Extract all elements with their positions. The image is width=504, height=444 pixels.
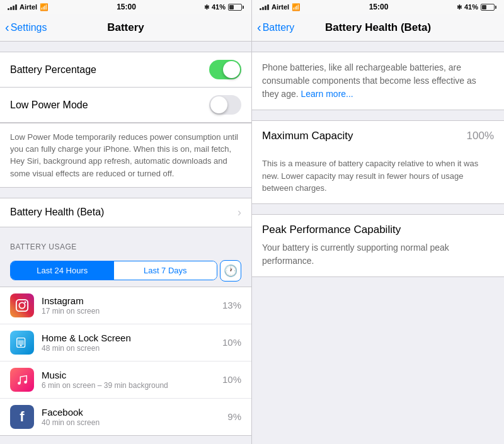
low-power-mode-row: Low Power Mode <box>0 88 251 122</box>
intro-text: Phone batteries, like all rechargeable b… <box>262 61 494 101</box>
music-usage-row: Music 6 min on screen – 39 min backgroun… <box>0 361 251 399</box>
homescreen-time: 48 min on screen <box>42 344 222 353</box>
toggle-knob <box>223 61 240 78</box>
homescreen-name: Home & Lock Screen <box>42 333 222 343</box>
left-status-bar: Airtel 📶 15:00 ✻ 41% <box>0 0 251 14</box>
capacity-desc-text: This is a measure of battery capacity re… <box>262 157 494 195</box>
left-panel: Airtel 📶 15:00 ✻ 41% ‹ Settings <box>0 0 252 444</box>
intro-section: Phone batteries, like all rechargeable b… <box>252 52 504 110</box>
right-status-left: Airtel 📶 <box>260 3 301 11</box>
battery-percentage-toggle[interactable] <box>209 60 241 79</box>
low-power-mode-label: Low Power Mode <box>10 100 88 111</box>
right-status-bar: Airtel 📶 15:00 ✻ 41% <box>252 0 504 14</box>
left-status-right: ✻ 41% <box>204 3 244 11</box>
right-content: Phone batteries, like all rechargeable b… <box>252 42 504 444</box>
svg-point-3 <box>25 301 26 303</box>
description-text: Low Power Mode temporarily reduces power… <box>10 132 238 178</box>
right-panel: Airtel 📶 15:00 ✻ 41% ‹ Battery B <box>252 0 504 444</box>
right-wifi-icon: 📶 <box>292 3 301 11</box>
low-power-description: Low Power Mode temporarily reduces power… <box>0 123 251 188</box>
svg-rect-5 <box>18 340 24 344</box>
instagram-usage-row: Instagram 17 min on screen 13% <box>0 287 251 324</box>
instagram-name: Instagram <box>42 295 222 306</box>
battery-usage-header: BATTERY USAGE <box>0 237 251 255</box>
back-label: Settings <box>11 22 47 33</box>
music-percent: 10% <box>222 374 241 385</box>
right-battery-icon <box>481 4 496 11</box>
max-capacity-section: Maximum Capacity 100% This is a measure … <box>252 120 504 204</box>
app-usage-list: Instagram 17 min on screen 13% <box>0 287 251 436</box>
facebook-letter: f <box>20 409 24 425</box>
low-power-mode-toggle[interactable] <box>209 95 241 115</box>
music-time: 6 min on screen – 39 min background <box>42 381 222 390</box>
facebook-time: 40 min on screen <box>42 418 227 427</box>
homescreen-icon <box>10 331 34 355</box>
right-page-title: Battery Health (Beta) <box>325 21 431 34</box>
peak-desc: Your battery is currently supporting nor… <box>262 241 494 268</box>
right-signal-bars <box>260 4 269 10</box>
right-back-button[interactable]: ‹ Battery <box>257 21 294 33</box>
capacity-desc-block: This is a measure of battery capacity re… <box>252 151 504 204</box>
time-tab-group: Last 24 Hours Last 7 Days <box>10 261 217 280</box>
intro-block: Phone batteries, like all rechargeable b… <box>252 52 504 110</box>
homescreen-percent: 10% <box>222 337 241 348</box>
left-content: Battery Percentage Low Power Mode L <box>0 42 251 444</box>
learn-more-link[interactable]: Learn more... <box>301 89 353 99</box>
left-nav-bar: ‹ Settings Battery <box>0 14 251 42</box>
facebook-info: Facebook 40 min on screen <box>42 407 227 427</box>
bluetooth-icon: ✻ <box>204 4 209 11</box>
tab-bar: Last 24 Hours Last 7 Days 🕐 <box>0 255 251 287</box>
facebook-name: Facebook <box>42 407 227 418</box>
battery-health-row[interactable]: Battery Health (Beta) › <box>0 198 251 227</box>
battery-percentage-label: Battery Percentage <box>10 64 96 76</box>
toggle-group: Battery Percentage Low Power Mode <box>0 52 251 123</box>
instagram-time: 17 min on screen <box>42 307 222 316</box>
homescreen-usage-row: Home & Lock Screen 48 min on screen 10% <box>0 324 251 361</box>
svg-point-8 <box>24 380 27 384</box>
svg-point-2 <box>19 302 25 308</box>
svg-rect-1 <box>16 300 28 311</box>
last-7-days-tab[interactable]: Last 7 Days <box>114 261 217 280</box>
peak-performance-section: Peak Performance Capability Your battery… <box>252 214 504 277</box>
clock-button[interactable]: 🕐 <box>220 260 241 282</box>
svg-point-6 <box>20 344 22 346</box>
music-name: Music <box>42 370 222 380</box>
signal-bars <box>8 4 17 10</box>
facebook-icon: f <box>10 405 34 429</box>
capacity-value: 100% <box>467 130 494 142</box>
battery-percentage-row: Battery Percentage <box>0 52 251 88</box>
capacity-row: Maximum Capacity 100% <box>252 120 504 151</box>
settings-group: Battery Percentage Low Power Mode L <box>0 52 251 188</box>
homescreen-info: Home & Lock Screen 48 min on screen <box>42 333 222 353</box>
back-button[interactable]: ‹ Settings <box>5 21 47 33</box>
left-status-time: 15:00 <box>117 3 136 11</box>
page-title: Battery <box>107 21 144 34</box>
wifi-icon: 📶 <box>40 3 49 11</box>
music-icon <box>10 368 34 392</box>
chevron-left-icon: ‹ <box>5 21 9 33</box>
battery-icon <box>228 4 244 11</box>
peak-title: Peak Performance Capability <box>262 224 494 236</box>
battery-percent: 41% <box>212 3 226 11</box>
right-carrier-name: Airtel <box>272 3 289 11</box>
battery-health-label: Battery Health (Beta) <box>10 207 104 218</box>
clock-icon: 🕐 <box>224 264 238 278</box>
chevron-right-icon: › <box>238 206 241 219</box>
right-chevron-left-icon: ‹ <box>257 21 261 33</box>
instagram-icon <box>10 293 34 317</box>
right-nav-bar: ‹ Battery Battery Health (Beta) <box>252 14 504 42</box>
facebook-percent: 9% <box>227 411 241 422</box>
right-back-label: Battery <box>263 22 295 33</box>
right-bluetooth-icon: ✻ <box>457 4 462 11</box>
right-status-right: ✻ 41% <box>457 3 496 11</box>
right-status-time: 15:00 <box>369 3 389 11</box>
capacity-label: Maximum Capacity <box>262 130 353 142</box>
carrier-name: Airtel <box>20 3 37 11</box>
facebook-usage-row: f Facebook 40 min on screen 9% <box>0 399 251 435</box>
right-battery-percent: 41% <box>464 3 478 11</box>
last-24-hours-tab[interactable]: Last 24 Hours <box>11 261 114 280</box>
music-info: Music 6 min on screen – 39 min backgroun… <box>42 370 222 390</box>
instagram-percent: 13% <box>222 300 241 310</box>
toggle-knob-2 <box>210 96 227 113</box>
instagram-info: Instagram 17 min on screen <box>42 295 222 316</box>
